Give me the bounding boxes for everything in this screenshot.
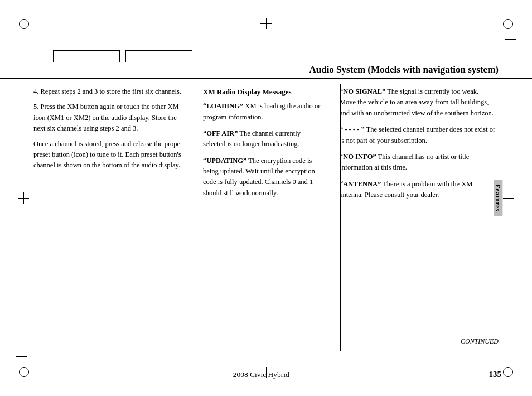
item-5-text: Press the XM button again or touch the o…	[33, 103, 179, 132]
item-4-number: 4.	[33, 88, 41, 95]
msg-off-air-term: “OFF AIR”	[203, 129, 238, 137]
msg-no-signal-term: “NO SIGNAL”	[340, 88, 385, 95]
crosshair-left	[18, 192, 29, 204]
page: Audio System (Models with navigation sys…	[0, 0, 532, 396]
crosshair-right	[503, 192, 514, 204]
reg-mark-tr	[500, 16, 516, 32]
msg-loading-term: “LOADING”	[203, 102, 243, 110]
border-mark-br	[505, 357, 516, 368]
border-mark-tl	[16, 28, 27, 39]
column-1: 4. Repeat steps 2 and 3 to store the fir…	[33, 81, 195, 351]
continued-label: CONTINUED	[461, 337, 499, 346]
footer: 2008 Civic Hybrid 135	[33, 370, 501, 379]
msg-updating-term: “UPDATING”	[203, 157, 246, 165]
corner-mark-bl	[16, 346, 27, 357]
col1-para: Once a channel is stored, press and rele…	[33, 139, 187, 171]
crosshair-top	[260, 18, 272, 29]
msg-no-info: “NO INFO” This channel has no artist or …	[340, 152, 496, 173]
reg-mark-bl	[16, 364, 32, 380]
column-3: “NO SIGNAL” The signal is currently too …	[332, 81, 501, 351]
item-4-text: Repeat steps 2 and 3 to store the first …	[41, 88, 181, 95]
msg-antenna: “ANTENNA” There is a problem with the XM…	[340, 179, 496, 201]
msg-antenna-term: “ANTENNA”	[340, 180, 381, 188]
page-number: 135	[489, 370, 502, 379]
msg-off-air: “OFF AIR” The channel currently selected…	[203, 128, 324, 150]
content-area: 4. Repeat steps 2 and 3 to store the fir…	[33, 81, 501, 351]
msg-updating: “UPDATING” The encryption code is being …	[203, 156, 324, 199]
tab-boxes	[53, 50, 192, 62]
msg-loading: “LOADING” XM is loading the audio or pro…	[203, 101, 324, 123]
corner-mark-tr	[505, 39, 516, 50]
list-item-4: 4. Repeat steps 2 and 3 to store the fir…	[33, 86, 187, 97]
item-5-number: 5.	[33, 103, 41, 110]
tab-box-1	[53, 50, 120, 62]
msg-no-info-term: “NO INFO”	[340, 153, 376, 161]
col2-heading: XM Radio Display Messages	[203, 86, 324, 98]
msg-dashes: “ - - - - ” The selected channel number …	[340, 124, 496, 146]
msg-dashes-term: “ - - - - ”	[340, 125, 365, 133]
msg-no-signal: “NO SIGNAL” The signal is currently too …	[340, 86, 496, 119]
column-2: XM Radio Display Messages “LOADING” XM i…	[195, 81, 332, 351]
list-item-5: 5. Press the XM button again or touch th…	[33, 102, 187, 134]
tab-box-2	[125, 50, 192, 62]
footer-title: 2008 Civic Hybrid	[33, 370, 489, 379]
page-title: Audio System (Models with navigation sys…	[0, 64, 532, 79]
